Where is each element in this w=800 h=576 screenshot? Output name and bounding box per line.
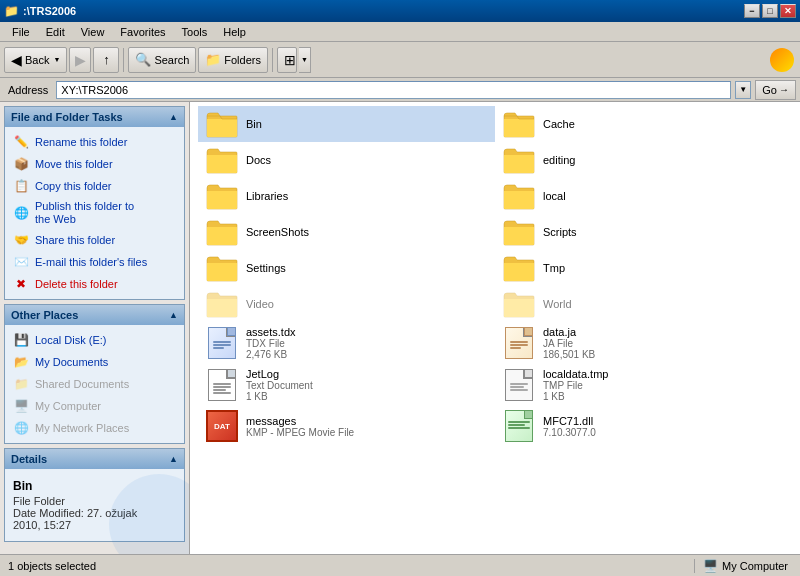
go-label: Go (762, 84, 777, 96)
list-item[interactable]: local (495, 178, 792, 214)
place-my-documents-label: My Documents (35, 356, 108, 368)
folder-icon (206, 290, 238, 318)
file-name: World (543, 298, 572, 310)
minimize-button[interactable]: − (744, 4, 760, 18)
details-name: Bin (13, 479, 176, 493)
list-item[interactable]: DAT messages KMP - MPEG Movie File (198, 406, 495, 446)
file-area: Bin Cache (190, 102, 800, 554)
list-item[interactable]: assets.tdx TDX File 2,476 KB (198, 322, 495, 364)
list-item[interactable]: ScreenShots (198, 214, 495, 250)
system-info-label: My Computer (722, 560, 788, 572)
file-name: ScreenShots (246, 226, 309, 238)
up-button[interactable]: ↑ (93, 47, 119, 73)
go-button[interactable]: Go → (755, 80, 796, 100)
menu-edit[interactable]: Edit (38, 24, 73, 40)
list-item[interactable]: JetLog Text Document 1 KB (198, 364, 495, 406)
forward-icon: ▶ (75, 52, 86, 68)
list-item[interactable]: Docs (198, 142, 495, 178)
share-icon: 🤝 (13, 232, 29, 248)
details-body: Bin File Folder Date Modified: 27. ožuja… (5, 469, 184, 541)
file-subtype: JA File (543, 338, 595, 349)
status-bar-right: 🖥️ My Computer (690, 559, 792, 573)
file-name: Libraries (246, 190, 288, 202)
details-header-label: Details (11, 453, 47, 465)
list-item[interactable]: Cache (495, 106, 792, 142)
task-email-label: E-mail this folder's files (35, 256, 147, 268)
tasks-header[interactable]: File and Folder Tasks ▲ (5, 107, 184, 127)
places-header-label: Other Places (11, 309, 78, 321)
views-dropdown[interactable]: ▼ (299, 47, 311, 73)
list-item[interactable]: Tmp (495, 250, 792, 286)
back-dropdown-icon: ▼ (53, 56, 60, 63)
menu-file[interactable]: File (4, 24, 38, 40)
file-grid: Bin Cache (190, 102, 800, 450)
list-item[interactable]: editing (495, 142, 792, 178)
menu-tools[interactable]: Tools (174, 24, 216, 40)
folders-button[interactable]: 📁 Folders (198, 47, 268, 73)
search-icon: 🔍 (135, 52, 151, 67)
task-share-label: Share this folder (35, 234, 115, 246)
local-disk-icon: 💾 (13, 332, 29, 348)
list-item[interactable]: World (495, 286, 792, 322)
close-button[interactable]: ✕ (780, 4, 796, 18)
toolbar-separator-1 (123, 48, 124, 72)
task-delete[interactable]: ✖ Delete this folder (5, 273, 184, 295)
list-item[interactable]: data.ja JA File 186,501 KB (495, 322, 792, 364)
list-item[interactable]: MFC71.dll 7.10.3077.0 (495, 406, 792, 446)
task-publish[interactable]: 🌐 Publish this folder tothe Web (5, 197, 184, 229)
go-arrow-icon: → (779, 84, 789, 95)
list-item[interactable]: Libraries (198, 178, 495, 214)
left-panel: File and Folder Tasks ▲ ✏️ Rename this f… (0, 102, 190, 554)
menu-help[interactable]: Help (215, 24, 254, 40)
details-header[interactable]: Details ▲ (5, 449, 184, 469)
email-icon: ✉️ (13, 254, 29, 270)
menu-view[interactable]: View (73, 24, 113, 40)
copy-icon: 📋 (13, 178, 29, 194)
task-rename-label: Rename this folder (35, 136, 127, 148)
file-subtype: TDX File (246, 338, 296, 349)
back-button[interactable]: ◀ Back ▼ (4, 47, 67, 73)
place-my-computer-label: My Computer (35, 400, 101, 412)
task-move[interactable]: 📦 Move this folder (5, 153, 184, 175)
places-header[interactable]: Other Places ▲ (5, 305, 184, 325)
kmp-file-icon: DAT (206, 410, 238, 442)
list-item[interactable]: Bin (198, 106, 495, 142)
address-input[interactable] (56, 81, 731, 99)
folder-icon (206, 254, 238, 282)
place-my-documents[interactable]: 📂 My Documents (5, 351, 184, 373)
address-dropdown[interactable]: ▼ (735, 81, 751, 99)
details-content: Bin File Folder Date Modified: 27. ožuja… (5, 473, 184, 537)
address-bar: Address ▼ Go → (0, 78, 800, 102)
details-date-value: 27. ožujak (87, 507, 137, 519)
maximize-button[interactable]: □ (762, 4, 778, 18)
place-network: 🌐 My Network Places (5, 417, 184, 439)
task-copy[interactable]: 📋 Copy this folder (5, 175, 184, 197)
place-shared-documents: 📁 Shared Documents (5, 373, 184, 395)
folder-icon (206, 218, 238, 246)
shared-documents-icon: 📁 (13, 376, 29, 392)
delete-icon: ✖ (13, 276, 29, 292)
tmp-file-icon (503, 369, 535, 401)
forward-button[interactable]: ▶ (69, 47, 91, 73)
place-network-label: My Network Places (35, 422, 129, 434)
places-section: Other Places ▲ 💾 Local Disk (E:) 📂 My Do… (4, 304, 185, 444)
details-chevron-icon: ▲ (169, 454, 178, 464)
list-item[interactable]: Settings (198, 250, 495, 286)
views-button[interactable]: ⊞ (277, 47, 297, 73)
address-label: Address (4, 84, 52, 96)
list-item[interactable]: Scripts (495, 214, 792, 250)
list-item[interactable]: Video (198, 286, 495, 322)
list-item[interactable]: localdata.tmp TMP File 1 KB (495, 364, 792, 406)
folder-icon (503, 254, 535, 282)
task-email[interactable]: ✉️ E-mail this folder's files (5, 251, 184, 273)
menu-favorites[interactable]: Favorites (112, 24, 173, 40)
task-share[interactable]: 🤝 Share this folder (5, 229, 184, 251)
file-name: Settings (246, 262, 286, 274)
file-subtype: 7.10.3077.0 (543, 427, 596, 438)
place-local-disk[interactable]: 💾 Local Disk (E:) (5, 329, 184, 351)
tasks-chevron-icon: ▲ (169, 112, 178, 122)
dll-file-icon (503, 410, 535, 442)
search-button[interactable]: 🔍 Search (128, 47, 196, 73)
task-rename[interactable]: ✏️ Rename this folder (5, 131, 184, 153)
ja-file-icon (503, 327, 535, 359)
